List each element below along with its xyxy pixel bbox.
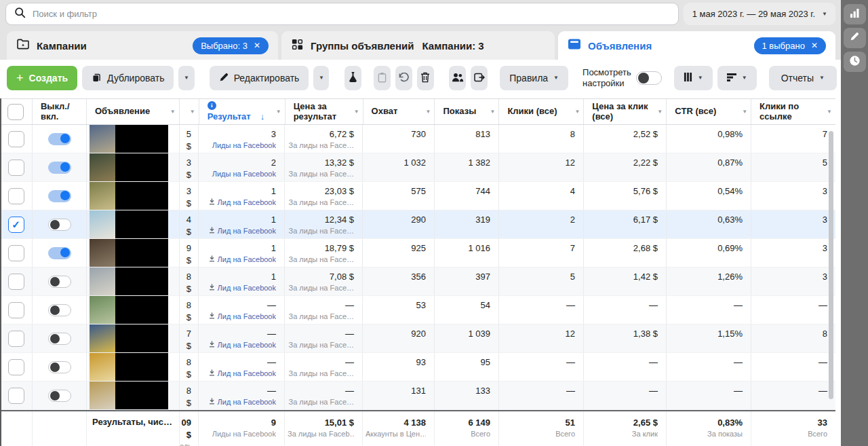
rules-label: Правила [509, 73, 548, 83]
column-ctr[interactable]: CTR (все) ▼ [667, 99, 751, 124]
ad-status-toggle[interactable] [48, 219, 71, 231]
row-checkbox[interactable]: ✓ [8, 388, 24, 404]
ad-thumbnail[interactable] [90, 353, 115, 381]
column-ad[interactable]: Объявление ▼ [87, 99, 180, 124]
row-checkbox[interactable]: ✓ [8, 217, 24, 233]
row-checkbox[interactable]: ✓ [8, 160, 24, 176]
redacted-ad-name[interactable] [115, 182, 168, 210]
ad-status-toggle[interactable] [48, 361, 71, 373]
row-checkbox[interactable]: ✓ [8, 245, 24, 261]
info-icon[interactable]: i [208, 101, 216, 110]
breakdown-button[interactable]: ▼ [717, 66, 757, 90]
result-label[interactable]: Лиды на Facebook [212, 141, 276, 151]
ad-status-toggle[interactable] [48, 390, 71, 402]
redacted-ad-name[interactable] [115, 267, 168, 295]
redacted-ad-name[interactable] [115, 153, 168, 181]
close-icon[interactable]: ✕ [254, 41, 260, 50]
redacted-ad-name[interactable] [115, 353, 168, 381]
spend-cell: 8 $ [180, 356, 191, 381]
clicks-cell: 5 [499, 267, 584, 295]
result-label[interactable]: Лид на Facebook [218, 226, 276, 236]
column-spend-clipped[interactable]: ▼ [180, 99, 199, 124]
column-result[interactable]: i Результат↓ ▼ [199, 99, 285, 124]
ad-status-toggle[interactable] [48, 162, 71, 174]
ads-manager-app: 1 мая 2023 г. — 29 мая 2023 г. ▼ Кампани… [0, 0, 868, 446]
row-checkbox[interactable]: ✓ [8, 131, 24, 147]
edit-button[interactable]: Редактировать [210, 66, 309, 90]
ad-status-toggle[interactable] [48, 247, 71, 259]
history-rail-button[interactable] [844, 52, 866, 72]
tab-campaigns[interactable]: Кампании Выбрано: 3 ✕ [7, 31, 278, 60]
audience-button[interactable] [449, 66, 466, 90]
campaigns-selected-badge[interactable]: Выбрано: 3 ✕ [193, 37, 269, 54]
ad-thumbnail[interactable] [90, 239, 115, 267]
row-checkbox[interactable]: ✓ [8, 359, 24, 375]
result-label[interactable]: Лид на Facebook [218, 397, 276, 407]
search-input[interactable] [33, 9, 670, 19]
export-button[interactable] [471, 66, 488, 90]
row-checkbox[interactable]: ✓ [8, 274, 24, 290]
reports-button[interactable]: Отчеты ▼ [769, 66, 837, 90]
close-icon[interactable]: ✕ [811, 41, 818, 50]
redacted-ad-name[interactable] [115, 324, 168, 352]
ad-thumbnail[interactable] [90, 182, 115, 210]
charts-rail-button[interactable] [844, 4, 866, 24]
result-label[interactable]: Лид на Facebook [218, 340, 276, 350]
row-checkbox[interactable]: ✓ [8, 331, 24, 347]
ad-status-toggle[interactable] [48, 190, 71, 202]
redacted-ad-name[interactable] [115, 210, 168, 238]
ad-status-toggle[interactable] [48, 304, 71, 316]
redacted-ad-name[interactable] [115, 296, 168, 324]
edit-dropdown-button[interactable]: ▼ [313, 66, 329, 90]
column-impressions[interactable]: Показы ▼ [435, 99, 499, 124]
search-bar[interactable] [5, 3, 679, 25]
ad-thumbnail[interactable] [90, 296, 115, 324]
result-label[interactable]: Лид на Facebook [218, 312, 276, 322]
column-clicks[interactable]: Клики (все) ▼ [499, 99, 584, 124]
duplicate-dropdown-button[interactable]: ▼ [178, 66, 194, 90]
result-label[interactable]: Лиды на Facebook [212, 169, 276, 179]
row-checkbox[interactable]: ✓ [8, 188, 24, 204]
ctr-cell: 0,87% [667, 153, 751, 181]
ad-status-toggle[interactable] [48, 133, 71, 145]
cpr-header-label: Цена за результат [294, 102, 352, 122]
column-onoff[interactable]: Выкл./вкл. [33, 99, 87, 124]
column-cost-per-result[interactable]: Цена за результат ▼ [285, 99, 363, 124]
redacted-ad-name[interactable] [115, 239, 168, 267]
rules-button[interactable]: Правила ▼ [500, 66, 568, 90]
ab-test-button[interactable] [344, 66, 361, 90]
row-checkbox[interactable]: ✓ [8, 302, 24, 318]
result-label[interactable]: Лид на Facebook [218, 283, 276, 293]
create-button[interactable]: + Создать [7, 66, 77, 90]
ad-thumbnail[interactable] [90, 324, 115, 352]
column-reach[interactable]: Охват ▼ [363, 99, 435, 124]
ad-status-toggle[interactable] [48, 333, 71, 345]
result-label[interactable]: Лид на Facebook [218, 369, 276, 379]
edit-rail-button[interactable] [844, 28, 866, 48]
column-link-clicks[interactable]: Клики по ссылке ▼ [751, 99, 835, 124]
column-cpc[interactable]: Цена за клик (все) ▼ [584, 99, 667, 124]
redacted-ad-name[interactable] [115, 125, 168, 153]
tab-ads[interactable]: Объявления 1 выбрано ✕ [558, 31, 835, 60]
ad-thumbnail[interactable] [90, 210, 115, 238]
undo-button[interactable] [395, 66, 412, 90]
tab-adsets[interactable]: Группы объявлений Кампании: 3 [281, 31, 555, 60]
ad-thumbnail[interactable] [90, 125, 115, 153]
toggle-knob [50, 334, 60, 343]
ads-selected-badge[interactable]: 1 выбрано ✕ [754, 37, 826, 54]
columns-button[interactable]: ▼ [674, 66, 713, 90]
result-label[interactable]: Лид на Facebook [218, 198, 276, 208]
redacted-ad-name[interactable] [115, 382, 168, 409]
duplicate-button[interactable]: Дублировать [82, 66, 174, 90]
vertical-scrollbar[interactable] [829, 131, 833, 399]
paste-button[interactable] [374, 66, 391, 90]
view-settings-toggle[interactable] [636, 71, 662, 85]
select-all-checkbox[interactable]: ✓ [7, 104, 24, 120]
ad-thumbnail[interactable] [90, 267, 115, 295]
ad-status-toggle[interactable] [48, 276, 71, 288]
ad-thumbnail[interactable] [90, 153, 115, 181]
ad-thumbnail[interactable] [90, 382, 115, 409]
delete-button[interactable] [417, 66, 434, 90]
result-label[interactable]: Лид на Facebook [218, 255, 276, 265]
date-range-picker[interactable]: 1 мая 2023 г. — 29 мая 2023 г. ▼ [684, 3, 835, 25]
